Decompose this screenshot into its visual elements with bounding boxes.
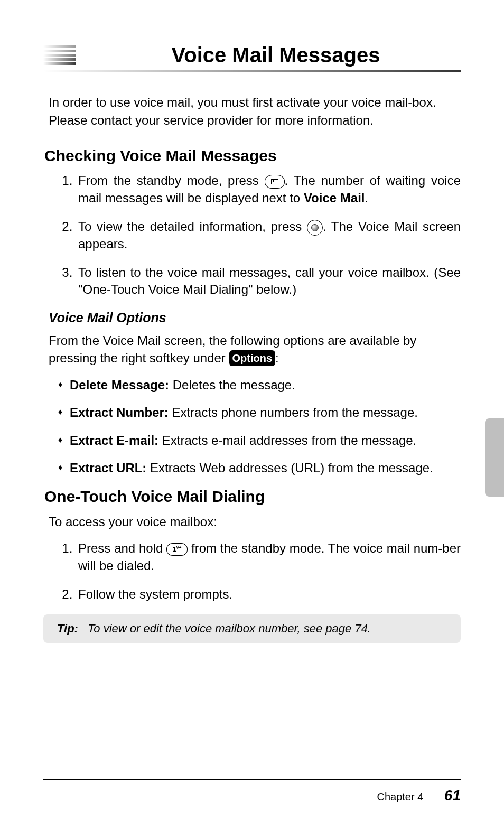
onetouch-intro: To access your voice mailbox: [43, 513, 461, 531]
section-heading-checking: Checking Voice Mail Messages [43, 147, 461, 165]
key-1-icon: 1V+ [166, 543, 188, 556]
nav-key-icon [307, 220, 323, 236]
onetouch-step-1-a: Press and hold [78, 541, 166, 555]
bullet-desc: Extracts Web addresses (URL) from the me… [146, 461, 433, 475]
bullet-term: Extract E-mail: [70, 433, 158, 447]
footer-rule [43, 779, 461, 780]
checking-steps-list: From the standby mode, press . The numbe… [43, 172, 461, 298]
options-bullet-list: Delete Message: Deletes the message. Ext… [43, 377, 461, 477]
step-1-text-d: . [365, 191, 368, 205]
options-intro: From the Voice Mail screen, the followin… [43, 332, 461, 367]
step-1: From the standby mode, press . The numbe… [76, 172, 461, 207]
options-softkey-label: Options [229, 350, 276, 366]
tip-box: Tip: To view or edit the voice mailbox n… [43, 614, 461, 643]
bullet-term: Extract URL: [70, 461, 146, 475]
tip-text: To view or edit the voice mailbox number… [88, 622, 371, 636]
onetouch-step-1: Press and hold 1V+ from the standby mode… [76, 540, 461, 574]
step-2-text-a: To view the detailed information, press [78, 219, 307, 234]
step-1-bold: Voice Mail [304, 191, 365, 205]
bullet-desc: Extracts phone numbers from the message. [169, 405, 418, 419]
onetouch-step-2: Follow the system prompts. [76, 586, 461, 603]
title-rule [43, 70, 461, 72]
onetouch-steps-list: Press and hold 1V+ from the standby mode… [43, 540, 461, 603]
section-heading-onetouch: One-Touch Voice Mail Dialing [43, 488, 461, 506]
bullet-term: Extract Number: [70, 405, 169, 419]
step-3: To listen to the voice mail messages, ca… [76, 264, 461, 298]
page-footer: Chapter 4 61 [43, 779, 461, 804]
chapter-label: Chapter 4 [377, 791, 423, 802]
envelope-key-icon [265, 175, 285, 189]
bullet-extract-email: Extract E-mail: Extracts e-mail addresse… [58, 432, 461, 449]
page-number: 61 [444, 787, 461, 804]
step-2: To view the detailed information, press … [76, 218, 461, 253]
bullet-extract-number: Extract Number: Extracts phone numbers f… [58, 404, 461, 421]
bullet-desc: Extracts e-mail addresses from the messa… [158, 433, 416, 447]
options-intro-b: : [275, 351, 279, 365]
intro-paragraph: In order to use voice mail, you must fir… [43, 94, 461, 129]
thumb-tab [485, 418, 504, 497]
bullet-delete: Delete Message: Deletes the message. [58, 377, 461, 394]
subsection-heading-options: Voice Mail Options [43, 310, 461, 325]
header-decoration-icon [43, 45, 76, 65]
tip-label: Tip: [57, 622, 78, 636]
bullet-term: Delete Message: [70, 378, 169, 392]
bullet-extract-url: Extract URL: Extracts Web addresses (URL… [58, 460, 461, 477]
step-1-text-a: From the standby mode, press [78, 173, 265, 188]
page-header: Voice Mail Messages [43, 43, 461, 67]
page-title: Voice Mail Messages [91, 43, 461, 67]
bullet-desc: Deletes the message. [169, 378, 295, 392]
